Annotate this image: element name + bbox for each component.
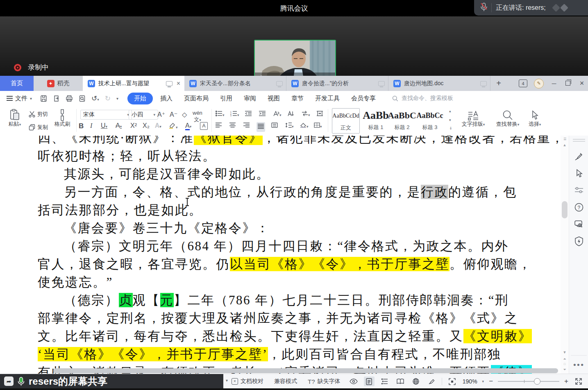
previous-page-icon[interactable]: ⏶ [561, 357, 569, 361]
tab-home[interactable]: 首页 [0, 76, 34, 91]
redo-icon[interactable]: ↻ [105, 94, 111, 103]
file-menu[interactable]: 文件 ▾ [7, 95, 32, 102]
styles-scroll-up-icon[interactable]: ▴ [449, 109, 451, 113]
select-browse-object-icon[interactable]: □ [561, 363, 569, 365]
eye-protect-icon[interactable] [348, 376, 359, 386]
zoom-out-icon[interactable]: − [489, 377, 493, 385]
print-icon[interactable] [66, 95, 73, 102]
horizontal-scrollbar-thumb[interactable] [53, 368, 558, 373]
compatibility-mode[interactable]: 兼容模式 [274, 378, 297, 385]
print-preview-icon[interactable] [79, 95, 86, 102]
increase-indent-icon[interactable] [259, 111, 266, 118]
new-tab-button[interactable]: + [490, 76, 507, 91]
style-preset[interactable]: AaBb标题 1 [362, 108, 389, 133]
ribbon-tab-插入[interactable]: 插入 [154, 95, 178, 102]
outline-view-icon[interactable] [379, 376, 390, 386]
ribbon-tab-视图[interactable]: 视图 [262, 95, 286, 102]
text-layout-button[interactable]: 文字排版▾ [458, 108, 488, 128]
decrease-indent-icon[interactable] [245, 111, 252, 118]
bold-icon[interactable]: B [79, 122, 84, 130]
decrease-font-icon[interactable]: A⁻ [170, 111, 177, 118]
style-preset[interactable]: AaBbCc标题 3 [416, 108, 443, 133]
ink-pen-icon[interactable] [569, 152, 588, 161]
ribbon-tab-页面布局[interactable]: 页面布局 [178, 95, 214, 102]
scroll-down-icon[interactable]: ▼ [561, 350, 569, 354]
line-spacing-icon[interactable]: ▾ [285, 122, 294, 129]
missing-font-status[interactable]: T? 缺失字体 [308, 378, 341, 385]
vertical-scrollbar[interactable]: ☰ ▲ ▼ ⏶ □ ⏷ [561, 136, 569, 374]
shading-icon[interactable]: ▾ [300, 122, 309, 129]
document-tab[interactable]: W技术上研...置与愿望× [83, 76, 184, 91]
close-tab-icon[interactable]: × [176, 80, 181, 87]
align-center-icon[interactable] [229, 122, 236, 129]
cut-button[interactable]: 剪切 [29, 111, 48, 118]
customer-service-icon[interactable] [569, 219, 588, 228]
document-tab[interactable]: W唐令拾遗...”的分析 [286, 76, 388, 91]
ribbon-tab-开始[interactable]: 开始 [127, 93, 153, 104]
style-preset[interactable]: AaBbC标题 2 [388, 108, 415, 133]
document-tab[interactable]: W唐边州地图.doc [388, 76, 490, 91]
highlight-color-icon[interactable]: ▾ [169, 122, 178, 130]
select-arrow-icon[interactable] [569, 169, 588, 178]
help-icon[interactable]: ? [569, 203, 588, 212]
justify-icon[interactable] [257, 122, 265, 132]
window-count-badge[interactable]: 4 [519, 79, 527, 87]
text-tool-icon[interactable]: ▾ [273, 111, 282, 118]
column-width-icon[interactable] [316, 111, 323, 118]
zoom-level[interactable]: 190% [463, 378, 477, 385]
minimize-button[interactable]: ─ [550, 80, 558, 87]
ruler-toggle-icon[interactable]: ☰ [561, 137, 569, 141]
panel-more-icon[interactable]: ●●● [569, 362, 588, 367]
clear-format-icon[interactable]: ◇ [182, 111, 187, 118]
scroll-up-icon[interactable]: ▲ [561, 143, 569, 147]
ribbon-tab-章节[interactable]: 章节 [286, 95, 309, 102]
fit-page-icon[interactable] [447, 376, 458, 386]
web-layout-icon[interactable] [411, 376, 421, 386]
italic-icon[interactable]: I [90, 122, 92, 129]
save-icon[interactable] [40, 95, 47, 102]
edit-mode-icon[interactable] [426, 376, 437, 386]
align-right-icon[interactable] [243, 122, 250, 129]
document-canvas[interactable]: 四、《宋刑统·断狱》：准《狱官令》，诸犯罪未发及已发未断决，逢格改者，若格重，听… [0, 136, 561, 374]
command-search[interactable]: 查找命令、搜索模板 [392, 95, 453, 102]
borders-icon[interactable]: ▾ [314, 122, 322, 129]
strikethrough-icon[interactable]: A▾ [116, 122, 122, 129]
export-icon[interactable] [53, 95, 60, 102]
share-badge-caret-icon[interactable]: ▾ [226, 378, 228, 383]
sort-icon[interactable] [288, 111, 294, 118]
underline-icon[interactable]: U▾ [101, 122, 107, 129]
screen-share-badge[interactable]: ➦ resers的屏幕共享 [0, 374, 223, 388]
ribbon-tab-引用[interactable]: 引用 [214, 95, 238, 102]
ribbon-tab-审阅[interactable]: 审阅 [238, 95, 262, 102]
undo-icon[interactable]: ↺▾ [91, 94, 99, 103]
ribbon-tab-会员专享[interactable]: 会员专享 [345, 95, 381, 102]
restore-button[interactable] [564, 80, 572, 87]
close-button[interactable]: × [578, 79, 586, 88]
account-avatar[interactable]: ✎ [534, 79, 544, 88]
vertical-scrollbar-thumb[interactable] [562, 201, 568, 218]
zoom-slider[interactable] [498, 381, 559, 382]
font-name-select[interactable]: 宋体▾ [80, 110, 132, 120]
find-replace-button[interactable]: 查找替换▾ [493, 108, 522, 128]
text-effects-icon[interactable]: 𝐀▾ [155, 122, 161, 129]
subscript-icon[interactable]: X₂ [143, 122, 150, 129]
copy-button[interactable]: 复制 [29, 124, 48, 131]
align-left-icon[interactable] [216, 122, 222, 129]
proofread-status[interactable]: × 文档校对 [232, 378, 263, 385]
panel-drag-handle[interactable] [573, 139, 585, 140]
adjust-settings-icon[interactable] [569, 186, 588, 194]
document-tab[interactable]: W宋天圣令...部分条名 [184, 76, 286, 91]
font-color-icon[interactable]: A▾ [185, 122, 191, 130]
styles-more-icon[interactable]: ⇓ [449, 126, 452, 130]
style-preset[interactable]: AaBbCcDd正文 [332, 108, 360, 134]
superscript-icon[interactable]: X² [130, 122, 137, 129]
phonetic-guide-icon[interactable]: wén文▾ [193, 110, 202, 123]
bullet-list-icon[interactable]: ▾ [216, 111, 225, 118]
font-size-select[interactable]: 小四▾ [129, 110, 158, 120]
select-button[interactable]: 选择▾ [525, 108, 544, 128]
styles-scroll-down-icon[interactable]: ▾ [449, 118, 451, 122]
format-painter-button[interactable]: 格式刷 [52, 108, 73, 128]
tab-docer[interactable]: ✦ 稻壳 [34, 76, 83, 91]
paragraph-mark-icon[interactable]: ▾ [302, 111, 310, 118]
ribbon-tab-开发工具[interactable]: 开发工具 [309, 95, 345, 102]
